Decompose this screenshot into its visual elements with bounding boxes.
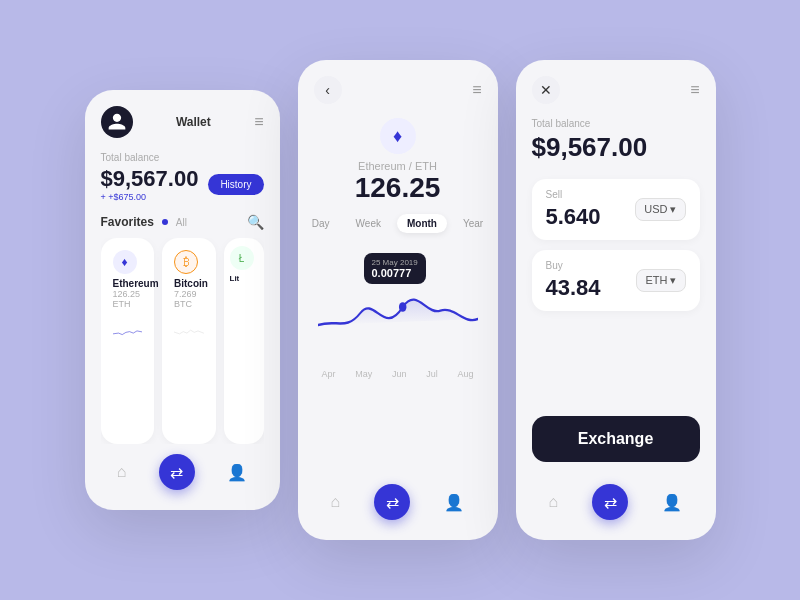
chart-dot: [398, 302, 406, 312]
lit-name: Lit: [230, 274, 258, 283]
profile-icon3[interactable]: 👤: [662, 493, 682, 512]
sell-value: 5.640: [546, 204, 601, 230]
favorites-label: Favorites: [101, 215, 154, 229]
btc-name: Bitcoin: [174, 278, 204, 289]
phone2-bottom-nav: ⌂ ⇄ 👤: [314, 474, 482, 524]
balance-amount: $9,567.00: [101, 166, 199, 192]
close-button[interactable]: ✕: [532, 76, 560, 104]
buy-value: 43.84: [546, 275, 601, 301]
total-balance-section: Total balance $9,567.00: [532, 118, 700, 163]
lit-card: Ł Lit: [224, 238, 264, 444]
x-may: May: [355, 369, 372, 379]
tab-month[interactable]: Month: [397, 214, 447, 233]
balance-section: Total balance $9,567.00 + +$675.00 Histo…: [101, 152, 264, 202]
tab-year[interactable]: Year: [453, 214, 493, 233]
phone3-bottom-nav: ⌂ ⇄ 👤: [532, 474, 700, 524]
eth-card: ♦ Ethereum 126.25 ETH: [101, 238, 155, 444]
menu-icon3[interactable]: ≡: [690, 81, 699, 99]
history-button[interactable]: History: [208, 174, 263, 195]
lit-icon: Ł: [230, 246, 254, 270]
exchange-fab3[interactable]: ⇄: [592, 484, 628, 520]
x-jul: Jul: [426, 369, 438, 379]
buy-label: Buy: [546, 260, 601, 271]
tab-day[interactable]: Day: [302, 214, 340, 233]
eth-amount: 126.25 ETH: [113, 289, 143, 309]
btc-icon: ₿: [174, 250, 198, 274]
all-label: All: [176, 217, 187, 228]
chart-area: 25 May 2019 0.00777 Apr May Jun Jul Aug: [314, 241, 482, 474]
favorites-header: Favorites All 🔍: [101, 214, 264, 230]
sell-section: Sell 5.640 USD ▾: [532, 179, 700, 240]
phone-exchange: ✕ ≡ Total balance $9,567.00 Sell 5.640 U…: [516, 60, 716, 540]
btc-amount: 7.269 BTC: [174, 289, 204, 309]
chart-tabs: Day Week Month Year: [314, 214, 482, 233]
pair-price: 126.25: [355, 172, 441, 204]
btc-card: ₿ Bitcoin 7.269 BTC: [162, 238, 216, 444]
phone-chart: ‹ ≡ ♦ Ethereum / ETH 126.25 Day Week Mon…: [298, 60, 498, 540]
eth-header: ♦ Ethereum / ETH 126.25: [314, 118, 482, 204]
x-aug: Aug: [457, 369, 473, 379]
sell-label: Sell: [546, 189, 601, 200]
wallet-title: Wallet: [176, 115, 211, 129]
phone2-topbar: ‹ ≡: [314, 76, 482, 104]
sell-currency-select[interactable]: USD ▾: [635, 198, 685, 221]
menu-icon2[interactable]: ≡: [472, 81, 481, 99]
eth-icon: ♦: [113, 250, 137, 274]
phone1-bottom-nav: ⌂ ⇄ 👤: [101, 444, 264, 494]
total-balance-amount: $9,567.00: [532, 132, 700, 163]
pair-label: Ethereum / ETH: [358, 160, 437, 172]
balance-change: + +$675.00: [101, 192, 199, 202]
exchange-fab[interactable]: ⇄: [159, 454, 195, 490]
menu-icon[interactable]: ≡: [254, 113, 263, 131]
search-icon[interactable]: 🔍: [247, 214, 264, 230]
favorites-dot: [162, 219, 168, 225]
eth-sparkline: [113, 317, 143, 347]
exchange-button[interactable]: Exchange: [532, 416, 700, 462]
btc-sparkline: [174, 317, 204, 347]
total-balance-label: Total balance: [532, 118, 700, 129]
exchange-fab2[interactable]: ⇄: [374, 484, 410, 520]
sell-info: Sell 5.640: [546, 189, 601, 230]
tooltip-date: 25 May 2019: [372, 258, 418, 267]
profile-icon2[interactable]: 👤: [444, 493, 464, 512]
balance-label: Total balance: [101, 152, 264, 163]
phone3-topbar: ✕ ≡: [532, 76, 700, 104]
buy-info: Buy 43.84: [546, 260, 601, 301]
eth-big-icon: ♦: [380, 118, 416, 154]
buy-section: Buy 43.84 ETH ▾: [532, 250, 700, 311]
profile-icon[interactable]: 👤: [227, 463, 247, 482]
x-apr: Apr: [322, 369, 336, 379]
home-icon3[interactable]: ⌂: [549, 493, 559, 511]
tooltip-value: 0.00777: [372, 267, 418, 279]
home-icon[interactable]: ⌂: [117, 463, 127, 481]
home-icon2[interactable]: ⌂: [331, 493, 341, 511]
chart-tooltip: 25 May 2019 0.00777: [364, 253, 426, 284]
phone1-topbar: Wallet ≡: [101, 106, 264, 138]
tab-week[interactable]: Week: [346, 214, 391, 233]
eth-name: Ethereum: [113, 278, 143, 289]
buy-currency-select[interactable]: ETH ▾: [636, 269, 685, 292]
crypto-cards: ♦ Ethereum 126.25 ETH ₿ Bitcoin 7.269 BT…: [101, 238, 264, 444]
back-button[interactable]: ‹: [314, 76, 342, 104]
avatar: [101, 106, 133, 138]
x-axis-labels: Apr May Jun Jul Aug: [318, 369, 478, 379]
x-jun: Jun: [392, 369, 407, 379]
phone-wallet: Wallet ≡ Total balance $9,567.00 + +$675…: [85, 90, 280, 510]
